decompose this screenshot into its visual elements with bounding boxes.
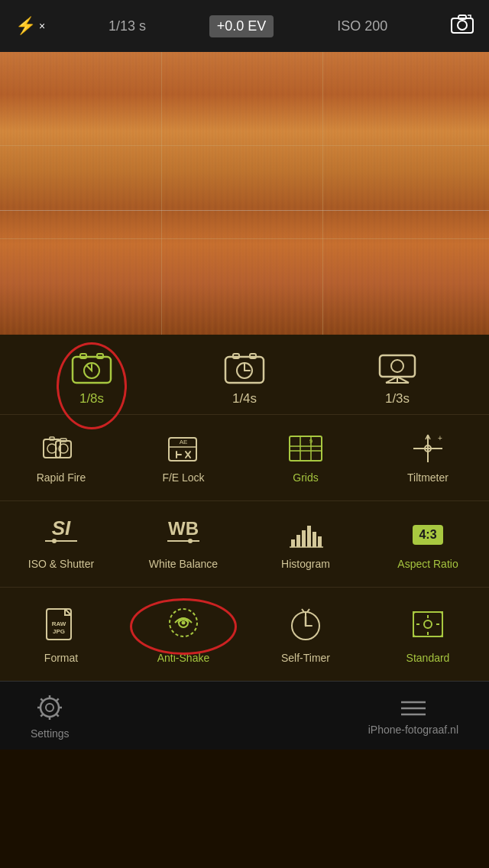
svg-rect-28 <box>290 436 322 461</box>
white-balance-button[interactable]: WB White Balance <box>122 509 244 579</box>
timer-label-1-3s: 1/3s <box>385 391 410 406</box>
features-row-2: SI ISO & Shutter WB White Balance <box>0 501 489 588</box>
timer-1-3s[interactable]: 1/3s <box>374 348 420 406</box>
brand-nav-label: iPhone-fotograaf.nl <box>368 724 458 736</box>
timer-label-1-8s: 1/8s <box>79 391 104 406</box>
svg-rect-13 <box>380 355 415 377</box>
fe-lock-button[interactable]: AE F/E Lock <box>122 423 244 493</box>
svg-line-78 <box>57 698 59 701</box>
svg-text:JPG: JPG <box>53 628 65 635</box>
svg-text:AE: AE <box>180 439 188 445</box>
standard-button[interactable]: Standard <box>367 595 489 673</box>
svg-text:+: + <box>438 434 442 442</box>
flash-controls: ⚡ × <box>15 16 45 36</box>
format-icon: RAW JPG <box>40 604 82 646</box>
aspect-badge: 4:3 <box>413 525 442 545</box>
timer-1-8s[interactable]: 1/8s <box>69 348 115 406</box>
svg-point-70 <box>40 698 59 717</box>
svg-line-62 <box>302 609 304 612</box>
svg-point-1 <box>458 21 467 30</box>
features-row-1: Rapid Fire AE F/E Lock <box>0 415 489 501</box>
svg-text:WB: WB <box>168 518 199 539</box>
svg-rect-2 <box>458 15 466 19</box>
ev-value[interactable]: +0.0 EV <box>209 15 274 37</box>
shutter-speed[interactable]: 1/13 s <box>108 18 146 34</box>
anti-shake-icon <box>163 604 204 646</box>
settings-nav-label: Settings <box>31 727 70 740</box>
svg-rect-19 <box>44 439 60 458</box>
camera-flip-icon[interactable] <box>451 14 474 38</box>
self-timer-label: Self-Timer <box>281 652 330 664</box>
svg-rect-50 <box>313 532 316 547</box>
svg-text:9: 9 <box>309 438 313 445</box>
svg-rect-47 <box>296 535 300 547</box>
fe-lock-icon: AE <box>163 432 204 465</box>
svg-rect-49 <box>307 526 311 547</box>
svg-point-71 <box>46 704 53 711</box>
bottom-nav: Settings iPhone-fotograaf.nl <box>0 681 489 750</box>
histogram-label: Histogram <box>281 558 330 570</box>
svg-point-69 <box>424 620 432 628</box>
timer-icon-1-4s <box>222 348 267 387</box>
self-timer-button[interactable]: Self-Timer <box>244 595 367 673</box>
aspect-ratio-button[interactable]: 4:3 Aspect Ratio <box>367 509 489 579</box>
menu-icon <box>398 696 429 719</box>
iso-shutter-icon: SI <box>40 518 82 552</box>
svg-line-77 <box>57 714 59 716</box>
controls-panel: 1/8s 1/4s <box>0 335 489 681</box>
rapid-fire-icon <box>40 432 82 465</box>
format-label: Format <box>44 652 78 664</box>
format-button[interactable]: RAW JPG Format <box>0 595 122 673</box>
tiltmeter-label: Tiltmeter <box>407 471 449 484</box>
self-timer-icon <box>285 604 326 646</box>
histogram-icon <box>285 518 326 552</box>
rapid-fire-label: Rapid Fire <box>37 471 86 484</box>
viewfinder[interactable] <box>0 52 489 335</box>
svg-point-18 <box>391 360 403 372</box>
standard-icon <box>407 604 449 646</box>
grids-icon: 9 <box>285 432 326 465</box>
brand-nav-item[interactable]: iPhone-fotograaf.nl <box>368 696 458 736</box>
svg-line-79 <box>41 714 44 716</box>
histogram-button[interactable]: Histogram <box>244 509 367 579</box>
timer-icon-1-3s <box>374 348 420 387</box>
svg-point-57 <box>182 621 186 625</box>
anti-shake-label: Anti-Shake <box>157 652 209 664</box>
timer-1-4s[interactable]: 1/4s <box>222 348 267 406</box>
iso-shutter-label: ISO & Shutter <box>28 558 94 570</box>
aspect-ratio-label: Aspect Ratio <box>397 558 458 570</box>
svg-rect-46 <box>291 539 295 547</box>
grids-button[interactable]: 9 Grids <box>244 423 367 493</box>
flash-icon: ⚡ <box>15 16 36 36</box>
tiltmeter-button[interactable]: + Tiltmeter <box>367 423 489 493</box>
timer-row: 1/8s 1/4s <box>0 335 489 415</box>
settings-nav-item[interactable]: Settings <box>31 692 70 740</box>
status-bar: ⚡ × 1/13 s +0.0 EV ISO 200 <box>0 0 489 52</box>
timer-icon-1-8s <box>69 348 115 387</box>
svg-point-42 <box>52 539 57 543</box>
grids-label: Grids <box>293 471 318 484</box>
svg-rect-48 <box>302 530 306 547</box>
aspect-ratio-icon: 4:3 <box>407 518 449 552</box>
settings-icon <box>34 692 65 723</box>
features-row-3: RAW JPG Format Anti-Shake <box>0 588 489 681</box>
iso-value[interactable]: ISO 200 <box>337 18 387 34</box>
anti-shake-button[interactable]: Anti-Shake <box>122 595 244 673</box>
iso-shutter-button[interactable]: SI ISO & Shutter <box>0 509 122 579</box>
tiltmeter-icon: + <box>407 432 449 465</box>
svg-text:SI: SI <box>52 517 71 539</box>
svg-rect-51 <box>318 536 322 547</box>
white-balance-label: White Balance <box>149 558 218 570</box>
svg-line-63 <box>307 609 309 612</box>
svg-text:RAW: RAW <box>52 620 66 627</box>
rapid-fire-button[interactable]: Rapid Fire <box>0 423 122 493</box>
fe-lock-label: F/E Lock <box>162 471 204 484</box>
svg-point-45 <box>188 539 193 543</box>
standard-label: Standard <box>406 652 450 664</box>
timer-label-1-4s: 1/4s <box>232 391 257 406</box>
white-balance-icon: WB <box>163 518 204 552</box>
flash-x-icon: × <box>39 20 45 32</box>
svg-line-76 <box>41 698 44 701</box>
